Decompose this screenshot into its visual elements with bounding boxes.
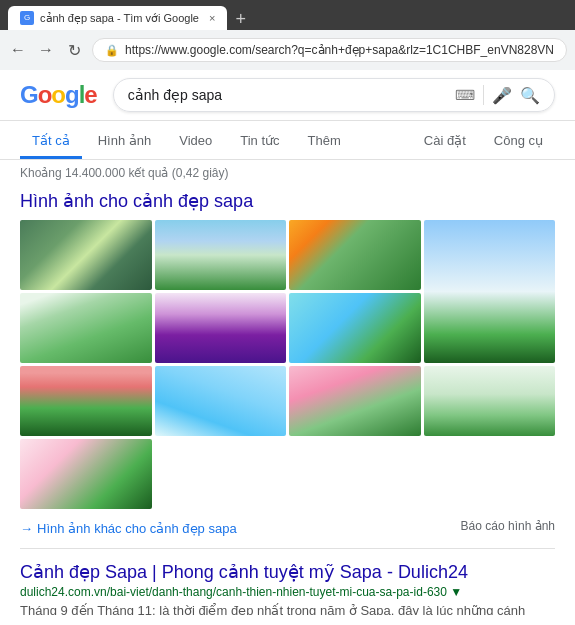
image-7[interactable]: [289, 293, 421, 363]
logo-g2: g: [65, 81, 79, 108]
search-icons: ⌨ 🎤 🔍: [455, 85, 540, 105]
tab-tools[interactable]: Công cụ: [482, 125, 555, 159]
result-title[interactable]: Cảnh đẹp Sapa | Phong cảnh tuyệt mỹ Sapa…: [20, 562, 468, 582]
image-8[interactable]: [20, 366, 152, 436]
logo-o1: o: [38, 81, 52, 108]
tab-settings[interactable]: Cài đặt: [412, 125, 478, 159]
tab-favicon: G: [20, 11, 34, 25]
address-bar[interactable]: 🔒 https://www.google.com/search?q=cảnh+đ…: [92, 38, 567, 62]
keyboard-icon[interactable]: ⌨: [455, 87, 475, 103]
logo-e: e: [84, 81, 96, 108]
image-6[interactable]: [155, 293, 287, 363]
image-4[interactable]: [424, 220, 556, 363]
image-1[interactable]: [20, 220, 152, 290]
image-5[interactable]: [20, 293, 152, 363]
tab-more[interactable]: Thêm: [296, 125, 353, 159]
more-images-row: → Hình ảnh khác cho cảnh đẹp sapa Báo cá…: [20, 515, 555, 536]
images-section: Hình ảnh cho cảnh đẹp sapa → Hình ảnh kh…: [0, 186, 575, 544]
tab-video[interactable]: Video: [167, 125, 224, 159]
images-section-title[interactable]: Hình ảnh cho cảnh đẹp sapa: [20, 190, 555, 212]
navigation-bar: ← → ↻ 🔒 https://www.google.com/search?q=…: [0, 30, 575, 70]
image-9[interactable]: [155, 366, 287, 436]
search-tabs: Tất cả Hình ảnh Video Tin tức Thêm Cài đ…: [0, 121, 575, 160]
result-stats: Khoảng 14.400.000 kết quả (0,42 giây): [0, 160, 575, 186]
address-text: https://www.google.com/search?q=cảnh+đẹp…: [125, 43, 554, 57]
more-images-link[interactable]: → Hình ảnh khác cho cảnh đẹp sapa: [20, 521, 237, 536]
arrow-icon: →: [20, 521, 33, 536]
image-2[interactable]: [155, 220, 287, 290]
section-divider-1: [20, 548, 555, 549]
search-result-1: Cảnh đẹp Sapa | Phong cảnh tuyệt mỹ Sapa…: [0, 553, 575, 615]
active-tab[interactable]: G cảnh đẹp sapa - Tìm với Google ×: [8, 6, 227, 30]
search-query-text: cảnh đẹp sapa: [128, 87, 447, 103]
tab-title: cảnh đẹp sapa - Tìm với Google: [40, 12, 199, 25]
logo-g: G: [20, 81, 38, 108]
tab-images[interactable]: Hình ảnh: [86, 125, 164, 159]
result-url: dulich24.com.vn/bai-viet/danh-thang/canh…: [20, 585, 555, 599]
image-10[interactable]: [289, 366, 421, 436]
back-button[interactable]: ←: [8, 36, 28, 64]
icon-divider: [483, 85, 484, 105]
image-grid: [20, 220, 555, 509]
forward-button[interactable]: →: [36, 36, 56, 64]
lock-icon: 🔒: [105, 44, 119, 57]
tab-bar: G cảnh đẹp sapa - Tìm với Google × +: [8, 6, 567, 30]
tab-spacer: [357, 125, 408, 159]
tab-all[interactable]: Tất cả: [20, 125, 82, 159]
google-logo: Google: [20, 81, 97, 109]
google-header: Google cảnh đẹp sapa ⌨ 🎤 🔍: [0, 70, 575, 121]
report-images-link[interactable]: Báo cáo hình ảnh: [461, 519, 555, 533]
browser-chrome: G cảnh đẹp sapa - Tìm với Google × +: [0, 0, 575, 30]
logo-o2: o: [51, 81, 65, 108]
google-page: Google cảnh đẹp sapa ⌨ 🎤 🔍 Tất cả Hình ả…: [0, 70, 575, 615]
mic-icon[interactable]: 🎤: [492, 86, 512, 105]
search-box[interactable]: cảnh đẹp sapa ⌨ 🎤 🔍: [113, 78, 555, 112]
more-images-text: Hình ảnh khác cho cảnh đẹp sapa: [37, 521, 237, 536]
tab-news[interactable]: Tin tức: [228, 125, 291, 159]
tab-close-button[interactable]: ×: [209, 12, 215, 24]
image-12[interactable]: [20, 439, 152, 509]
search-submit-icon[interactable]: 🔍: [520, 86, 540, 105]
image-3[interactable]: [289, 220, 421, 290]
new-tab-button[interactable]: +: [227, 9, 254, 30]
refresh-button[interactable]: ↻: [64, 36, 84, 64]
image-11[interactable]: [424, 366, 556, 436]
result-snippet: Tháng 9 đến Tháng 11: là thời điểm đẹp n…: [20, 601, 555, 615]
